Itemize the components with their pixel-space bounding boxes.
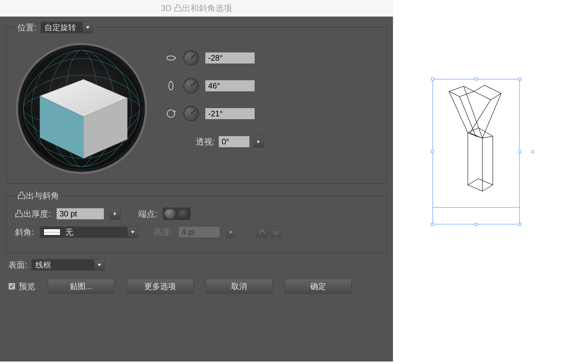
bevel-value: 无 <box>65 227 73 237</box>
rotate-x-input[interactable]: -28° <box>205 52 255 64</box>
surface-label: 表面: <box>8 259 27 271</box>
svg-marker-15 <box>170 81 172 82</box>
selection-handle[interactable] <box>475 223 478 226</box>
cancel-button[interactable]: 取消 <box>206 279 272 293</box>
rotate-y-icon <box>165 80 177 92</box>
rotate-y-dial[interactable]: .dial:nth-of-type(1)::after{transform:tr… <box>183 78 199 93</box>
surface-value: 线框 <box>32 259 94 271</box>
cap-off-button[interactable] <box>177 208 189 219</box>
extrude-bevel-group: 凸出与斜角 凸出厚度: 30 pt 端点: 斜角: <box>6 190 387 253</box>
height-input: 4 pt <box>178 226 220 238</box>
chevron-down-icon <box>94 259 104 271</box>
extrude-depth-input[interactable]: 30 pt <box>56 208 104 220</box>
bevel-extent-out-button <box>270 227 282 237</box>
position-group: 位置: 自定旋转 <box>6 27 387 184</box>
ok-button[interactable]: 确定 <box>285 279 351 293</box>
selection-handle[interactable] <box>431 223 434 226</box>
selection-handle[interactable] <box>431 78 434 80</box>
svg-marker-18 <box>258 140 260 143</box>
extrude-depth-stepper[interactable] <box>110 208 120 220</box>
rotation-handle[interactable] <box>531 150 534 153</box>
chevron-down-icon <box>82 22 93 33</box>
svg-marker-20 <box>131 231 134 234</box>
svg-marker-22 <box>98 264 101 266</box>
rotate-z-input[interactable]: -21° <box>205 108 255 119</box>
svg-marker-0 <box>86 26 90 29</box>
bevel-dropdown[interactable]: 无 <box>40 226 138 238</box>
map-art-button[interactable]: 贴图... <box>48 279 114 293</box>
dialog-3d-extrude-bevel: 3D 凸出和斜角选项 位置: 自定旋转 <box>0 0 393 362</box>
cap-on-button[interactable] <box>164 208 176 219</box>
cap-toggle <box>163 208 191 220</box>
selection-handle[interactable] <box>431 150 434 153</box>
selection-handle[interactable] <box>518 78 521 80</box>
position-value: 自定旋转 <box>41 22 82 33</box>
position-dropdown[interactable]: 自定旋转 <box>40 22 93 33</box>
wireframe-y-shape <box>441 83 511 199</box>
height-label: 高度: <box>154 227 172 238</box>
extrude-depth-label: 凸出厚度: <box>15 208 51 220</box>
svg-point-14 <box>169 82 173 90</box>
svg-point-16 <box>167 110 175 117</box>
selection-handle[interactable] <box>518 150 521 153</box>
selection-handle[interactable] <box>475 78 478 80</box>
baseline-indicator <box>432 207 520 208</box>
rotate-y-input[interactable]: 46° <box>205 80 255 92</box>
bevel-label: 斜角: <box>15 227 34 238</box>
bevel-extent-in-button <box>256 227 268 237</box>
svg-point-12 <box>167 56 175 60</box>
svg-marker-13 <box>175 57 176 59</box>
position-label: 位置: <box>18 22 36 33</box>
rotate-x-dial[interactable]: .dial[style*="-28deg"]::after{transform:… <box>183 50 199 66</box>
rotation-controls: .dial[style*="-28deg"]::after{transform:… <box>165 42 264 148</box>
bevel-swatch-icon <box>44 229 60 235</box>
perspective-label: 透视: <box>196 136 215 148</box>
chevron-down-icon <box>127 227 138 238</box>
extrude-bevel-legend: 凸出与斜角 <box>15 190 61 201</box>
more-options-button[interactable]: 更多选项 <box>127 279 193 293</box>
dialog-title: 3D 凸出和斜角选项 <box>161 2 232 14</box>
surface-dropdown[interactable]: 线框 <box>31 259 105 271</box>
preview-checkbox-group[interactable]: ✓ 预览 <box>8 281 35 292</box>
preview-checkbox[interactable]: ✓ <box>8 283 15 290</box>
height-stepper <box>226 226 236 238</box>
dialog-body: 位置: 自定旋转 <box>0 17 393 300</box>
artboard-selection[interactable] <box>432 79 520 224</box>
svg-marker-21 <box>230 230 232 234</box>
perspective-input[interactable]: 0° <box>218 136 250 148</box>
dialog-title-bar: 3D 凸出和斜角选项 <box>0 0 393 17</box>
rotation-cube-gizmo[interactable] <box>15 42 148 175</box>
rotate-x-icon <box>165 52 177 64</box>
svg-marker-19 <box>114 212 116 215</box>
cap-label: 端点: <box>138 208 157 220</box>
perspective-stepper[interactable] <box>253 136 264 148</box>
preview-label: 预览 <box>19 281 35 292</box>
rotate-z-dial[interactable] <box>183 106 199 121</box>
selection-handle[interactable] <box>518 223 521 226</box>
rotate-z-icon <box>165 107 177 120</box>
dialog-button-row: ✓ 预览 贴图... 更多选项 取消 确定 <box>4 279 389 293</box>
